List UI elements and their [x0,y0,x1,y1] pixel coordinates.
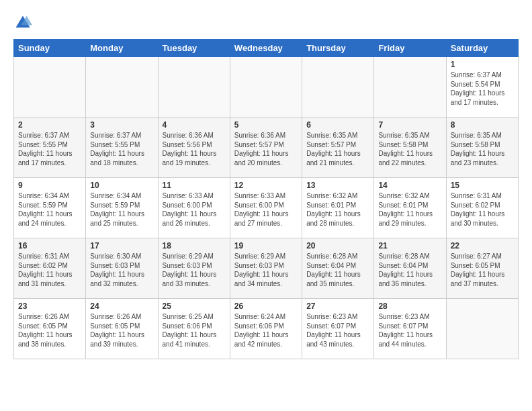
day-content: Sunrise: 6:25 AM Sunset: 6:06 PM Dayligh… [163,312,226,349]
day-content: Sunrise: 6:31 AM Sunset: 6:02 PM Dayligh… [451,191,514,228]
day-content: Sunrise: 6:33 AM Sunset: 6:00 PM Dayligh… [163,191,226,228]
day-number: 10 [90,181,153,190]
day-number: 12 [234,181,298,190]
day-number: 7 [378,120,441,130]
day-number: 15 [451,181,514,190]
calendar-week-5: 23Sunrise: 6:26 AM Sunset: 6:05 PM Dayli… [14,299,519,359]
calendar-cell: 16Sunrise: 6:31 AM Sunset: 6:02 PM Dayli… [14,238,86,299]
calendar-week-3: 9Sunrise: 6:34 AM Sunset: 5:59 PM Daylig… [14,178,519,238]
day-content: Sunrise: 6:34 AM Sunset: 5:59 PM Dayligh… [18,191,81,228]
weekday-header-monday: Monday [86,40,158,57]
calendar-cell [374,57,446,118]
day-content: Sunrise: 6:26 AM Sunset: 6:05 PM Dayligh… [18,312,81,349]
calendar-week-2: 2Sunrise: 6:37 AM Sunset: 5:55 PM Daylig… [14,118,519,178]
day-content: Sunrise: 6:37 AM Sunset: 5:55 PM Dayligh… [90,131,153,167]
day-number: 5 [234,120,298,130]
calendar-cell: 23Sunrise: 6:26 AM Sunset: 6:05 PM Dayli… [14,299,86,359]
day-content: Sunrise: 6:35 AM Sunset: 5:58 PM Dayligh… [451,131,514,167]
calendar-cell: 9Sunrise: 6:34 AM Sunset: 5:59 PM Daylig… [14,178,86,238]
calendar-cell: 10Sunrise: 6:34 AM Sunset: 5:59 PM Dayli… [86,178,158,238]
calendar-cell: 1Sunrise: 6:37 AM Sunset: 5:54 PM Daylig… [446,57,518,118]
weekday-header-row: SundayMondayTuesdayWednesdayThursdayFrid… [14,40,519,57]
calendar-cell: 18Sunrise: 6:29 AM Sunset: 6:03 PM Dayli… [158,238,230,299]
calendar-cell [86,57,158,118]
calendar-cell: 12Sunrise: 6:33 AM Sunset: 6:00 PM Dayli… [230,178,302,238]
calendar-cell: 4Sunrise: 6:36 AM Sunset: 5:56 PM Daylig… [158,118,230,178]
day-number: 26 [234,302,298,311]
day-number: 4 [163,120,226,130]
calendar-cell [230,57,302,118]
day-number: 21 [378,241,441,250]
weekday-header-friday: Friday [374,40,446,57]
calendar: SundayMondayTuesdayWednesdayThursdayFrid… [13,39,519,359]
calendar-cell: 11Sunrise: 6:33 AM Sunset: 6:00 PM Dayli… [158,178,230,238]
day-number: 3 [90,120,153,130]
day-content: Sunrise: 6:28 AM Sunset: 6:04 PM Dayligh… [306,252,369,288]
day-number: 8 [451,120,514,130]
day-number: 20 [306,241,369,250]
day-content: Sunrise: 6:28 AM Sunset: 6:04 PM Dayligh… [378,252,441,288]
calendar-cell: 26Sunrise: 6:24 AM Sunset: 6:06 PM Dayli… [230,299,302,359]
calendar-cell: 21Sunrise: 6:28 AM Sunset: 6:04 PM Dayli… [374,238,446,299]
day-content: Sunrise: 6:30 AM Sunset: 6:03 PM Dayligh… [90,252,153,288]
day-number: 6 [306,120,369,130]
calendar-cell: 6Sunrise: 6:35 AM Sunset: 5:57 PM Daylig… [302,118,374,178]
calendar-cell: 2Sunrise: 6:37 AM Sunset: 5:55 PM Daylig… [14,118,86,178]
day-content: Sunrise: 6:24 AM Sunset: 6:06 PM Dayligh… [234,312,298,349]
calendar-cell: 19Sunrise: 6:29 AM Sunset: 6:03 PM Dayli… [230,238,302,299]
day-content: Sunrise: 6:32 AM Sunset: 6:01 PM Dayligh… [306,191,369,228]
day-content: Sunrise: 6:23 AM Sunset: 6:07 PM Dayligh… [378,312,441,349]
day-number: 19 [234,241,298,250]
day-number: 17 [90,241,153,250]
calendar-week-1: 1Sunrise: 6:37 AM Sunset: 5:54 PM Daylig… [14,57,519,118]
day-content: Sunrise: 6:29 AM Sunset: 6:03 PM Dayligh… [234,252,298,288]
day-number: 18 [163,241,226,250]
day-number: 9 [18,181,81,190]
weekday-header-wednesday: Wednesday [230,40,302,57]
calendar-cell [302,57,374,118]
calendar-cell: 7Sunrise: 6:35 AM Sunset: 5:58 PM Daylig… [374,118,446,178]
day-content: Sunrise: 6:37 AM Sunset: 5:55 PM Dayligh… [18,131,81,167]
day-number: 25 [163,302,226,311]
page-header [13,13,519,32]
weekday-header-saturday: Saturday [446,40,518,57]
day-number: 24 [90,302,153,311]
day-content: Sunrise: 6:36 AM Sunset: 5:56 PM Dayligh… [163,131,226,167]
day-content: Sunrise: 6:23 AM Sunset: 6:07 PM Dayligh… [306,312,369,349]
day-number: 22 [451,241,514,250]
calendar-cell: 14Sunrise: 6:32 AM Sunset: 6:01 PM Dayli… [374,178,446,238]
calendar-cell: 27Sunrise: 6:23 AM Sunset: 6:07 PM Dayli… [302,299,374,359]
day-content: Sunrise: 6:27 AM Sunset: 6:05 PM Dayligh… [451,252,514,288]
day-content: Sunrise: 6:26 AM Sunset: 6:05 PM Dayligh… [90,312,153,349]
day-content: Sunrise: 6:36 AM Sunset: 5:57 PM Dayligh… [234,131,298,167]
day-number: 14 [378,181,441,190]
day-content: Sunrise: 6:31 AM Sunset: 6:02 PM Dayligh… [18,252,81,288]
calendar-cell [446,299,518,359]
calendar-cell: 3Sunrise: 6:37 AM Sunset: 5:55 PM Daylig… [86,118,158,178]
day-number: 1 [451,60,514,69]
day-content: Sunrise: 6:32 AM Sunset: 6:01 PM Dayligh… [378,191,441,228]
day-number: 2 [18,120,81,130]
calendar-cell: 24Sunrise: 6:26 AM Sunset: 6:05 PM Dayli… [86,299,158,359]
day-number: 13 [306,181,369,190]
day-number: 27 [306,302,369,311]
logo-icon [13,13,32,32]
calendar-cell: 28Sunrise: 6:23 AM Sunset: 6:07 PM Dayli… [374,299,446,359]
day-content: Sunrise: 6:35 AM Sunset: 5:57 PM Dayligh… [306,131,369,167]
day-number: 11 [163,181,226,190]
calendar-cell [158,57,230,118]
calendar-cell [14,57,86,118]
day-number: 23 [18,302,81,311]
calendar-cell: 20Sunrise: 6:28 AM Sunset: 6:04 PM Dayli… [302,238,374,299]
calendar-cell: 13Sunrise: 6:32 AM Sunset: 6:01 PM Dayli… [302,178,374,238]
weekday-header-tuesday: Tuesday [158,40,230,57]
calendar-week-4: 16Sunrise: 6:31 AM Sunset: 6:02 PM Dayli… [14,238,519,299]
calendar-cell: 8Sunrise: 6:35 AM Sunset: 5:58 PM Daylig… [446,118,518,178]
calendar-cell: 15Sunrise: 6:31 AM Sunset: 6:02 PM Dayli… [446,178,518,238]
day-content: Sunrise: 6:33 AM Sunset: 6:00 PM Dayligh… [234,191,298,228]
calendar-cell: 22Sunrise: 6:27 AM Sunset: 6:05 PM Dayli… [446,238,518,299]
weekday-header-thursday: Thursday [302,40,374,57]
calendar-cell: 25Sunrise: 6:25 AM Sunset: 6:06 PM Dayli… [158,299,230,359]
day-content: Sunrise: 6:35 AM Sunset: 5:58 PM Dayligh… [378,131,441,167]
day-content: Sunrise: 6:34 AM Sunset: 5:59 PM Dayligh… [90,191,153,228]
